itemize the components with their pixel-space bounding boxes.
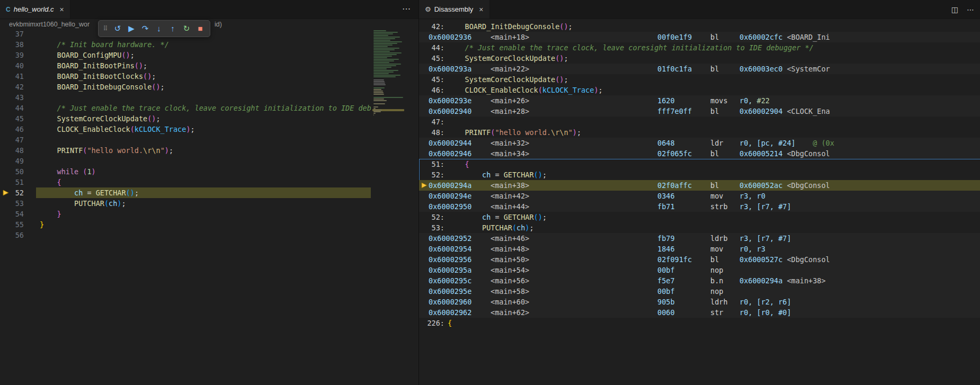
disasm-source-row[interactable]: 48: PRINTF("hello world.\r\n"); [419, 127, 980, 138]
editor-line[interactable]: 41 BOARD_InitBootClocks(); [0, 71, 371, 82]
code-token: ( [534, 171, 538, 179]
disasm-source-row[interactable]: 52: ch = GETCHAR(); [419, 212, 980, 222]
disasm-instruction-row[interactable]: 0x6000295e<main+58>00bfnop [419, 286, 980, 297]
split-editor-icon[interactable]: ◫ [951, 5, 958, 14]
editor-line[interactable]: 46 CLOCK_EnableClock(kCLOCK_Trace); [0, 124, 371, 135]
editor-line[interactable]: 48 PRINTF("hello world.\r\n"); [0, 145, 371, 156]
disasm-instruction-row[interactable]: 0x60002960<main+60>905bldrhr0, [r2, r6] [419, 297, 980, 307]
line-number[interactable]: 55 [0, 219, 24, 230]
disasm-instruction-row[interactable]: 0x6000294a<main+38>02f0affcbl0x600052ac … [419, 180, 980, 191]
disasm-instruction-row[interactable]: 0x6000293e<main+26>1620movsr0, #22 [419, 95, 980, 106]
minimap-mark [373, 37, 400, 38]
editor-line[interactable]: 51 { [0, 177, 371, 187]
code-token: r0, [r2, r6] [740, 298, 791, 306]
disasm-instruction-row[interactable]: 0x6000295a<main+54>00bfnop [419, 265, 980, 275]
disasm-instruction-row[interactable]: 0x60002944<main+32>0648ldrr0, [pc, #24] … [419, 138, 980, 148]
editor-line[interactable]: 55} [0, 219, 371, 230]
editor-actions-more-icon[interactable]: ⋯ [402, 4, 411, 14]
disasm-instruction-row[interactable]: 0x60002954<main+48>1846movr0, r3 [419, 244, 980, 254]
code-token [448, 213, 482, 221]
editor-line[interactable]: 54 } [0, 209, 371, 219]
disasm-source-row[interactable]: 44: /* Just enable the trace clock, leav… [419, 42, 980, 53]
step-into-button[interactable]: ↓ [152, 21, 166, 36]
continue-button[interactable]: ▶ [124, 21, 138, 36]
line-number[interactable]: 47 [0, 135, 24, 145]
disasm-source-row[interactable]: 46: CLOCK_EnableClock(kCLOCK_Trace); [419, 85, 980, 95]
breadcrumb-left[interactable]: evkbmimxrt1060_hello_wor [9, 21, 90, 28]
disasm-source-row[interactable]: 42: BOARD_InitDebugConsole(); [419, 21, 980, 32]
disasm-instruction-row[interactable]: 0x60002950<main+44>fb71strbr3, [r7, #7] [419, 201, 980, 212]
minimap-mark [373, 52, 402, 53]
editor-line[interactable]: 53 PUTCHAR(ch); [0, 198, 371, 209]
line-number[interactable]: 53 [0, 198, 24, 209]
editor-line[interactable]: 43 [0, 92, 371, 103]
line-number[interactable]: 38 [0, 39, 24, 50]
disasm-instruction-row[interactable]: 0x6000294e<main+42>0346movr3, r0 [419, 191, 980, 201]
line-number[interactable]: 44 [0, 103, 24, 113]
disasm-source-row[interactable]: 51: { [419, 159, 980, 169]
disasm-instruction-row[interactable]: 0x60002936<main+18>00f0e1f9bl0x60002cfc … [419, 32, 980, 42]
disasm-source-row[interactable]: 47: [419, 117, 980, 127]
disasm-instruction-row[interactable]: 0x60002962<main+62>0060strr0, [r0, #0] [419, 307, 980, 318]
line-number[interactable]: 40 [0, 60, 24, 71]
line-number[interactable]: 51 [0, 177, 24, 187]
breadcrumb-right[interactable]: id) [215, 19, 222, 30]
editor-line[interactable]: 56 [0, 230, 371, 240]
stop-button[interactable]: ■ [193, 21, 207, 36]
instruction-mnemonic: mov [710, 191, 723, 201]
tab-hello-world-c[interactable]: C hello_world.c × [0, 0, 70, 19]
code-token: /* Init board hardware. */ [40, 40, 169, 49]
disasm-instruction-row[interactable]: 0x6000295c<main+56>f5e7b.n0x6000294a <ma… [419, 275, 980, 286]
code-token [40, 210, 57, 218]
disasm-source-row[interactable]: 45: SystemCoreClockUpdate(); [419, 74, 980, 85]
disasm-instruction-row[interactable]: 0x60002946<main+34>02f065fcbl0x60005214 … [419, 148, 980, 159]
line-number[interactable]: 46 [0, 124, 24, 135]
disasm-instruction-row[interactable]: 0x60002952<main+46>fb79ldrbr3, [r7, #7] [419, 233, 980, 244]
code-token: <BOARD_Ini [787, 33, 830, 41]
disasm-source-row[interactable]: 52: ch = GETCHAR(); [419, 169, 980, 180]
editor-line[interactable]: 52 ch = GETCHAR(); [0, 187, 371, 198]
minimap-mark [373, 46, 388, 47]
step-over-button[interactable]: ↷ [138, 21, 152, 36]
disasm-source-lineno: 44: [424, 42, 444, 53]
disasm-source-row[interactable]: 226:{ [419, 318, 980, 328]
editor-line[interactable]: 47 [0, 135, 371, 145]
minimap[interactable] [372, 30, 404, 168]
line-number[interactable]: 48 [0, 145, 24, 156]
editor-line[interactable]: 42 BOARD_InitDebugConsole(); [0, 82, 371, 92]
editor-line[interactable]: 49 [0, 156, 371, 166]
line-number[interactable]: 43 [0, 92, 24, 103]
editor-line[interactable]: 50 while (1) [0, 166, 371, 177]
disasm-instruction-row[interactable]: 0x60002940<main+28>fff7e0ffbl0x60002904 … [419, 106, 980, 117]
line-number[interactable]: 56 [0, 230, 24, 240]
disasm-source-row[interactable]: 53: PUTCHAR(ch); [419, 222, 980, 233]
reset-button[interactable]: ↺ [111, 21, 124, 36]
tab-disassembly[interactable]: ⚙ Disassembly × [419, 0, 490, 19]
line-number[interactable]: 49 [0, 156, 24, 166]
line-number[interactable]: 50 [0, 166, 24, 177]
disasm-source-row[interactable]: 45: SystemCoreClockUpdate(); [419, 53, 980, 64]
editor-line[interactable]: 40 BOARD_InitBootPins(); [0, 60, 371, 71]
editor-line[interactable]: 45 SystemCoreClockUpdate(); [0, 113, 371, 124]
code-editor[interactable]: 3738 /* Init board hardware. */39 BOARD_… [0, 30, 371, 385]
line-number[interactable]: 39 [0, 50, 24, 60]
code-token: r0, [r0, #0] [740, 308, 791, 317]
restart-button[interactable]: ↻ [180, 21, 193, 36]
line-number[interactable]: 42 [0, 82, 24, 92]
step-out-button[interactable]: ↑ [166, 21, 180, 36]
editor-line[interactable]: 44 /* Just enable the trace clock, leave… [0, 103, 371, 113]
code-token: #22 [757, 96, 770, 105]
minimap-mark [373, 91, 383, 92]
line-number[interactable]: 45 [0, 113, 24, 124]
more-actions-icon[interactable]: ⋯ [967, 5, 974, 14]
close-tab-icon[interactable]: × [60, 5, 64, 14]
editor-line[interactable]: 38 /* Init board hardware. */ [0, 39, 371, 50]
disasm-instruction-row[interactable]: 0x60002956<main+50>02f091fcbl0x6000527c … [419, 254, 980, 265]
close-tab-icon[interactable]: × [479, 5, 483, 14]
line-number[interactable]: 37 [0, 30, 24, 39]
disasm-instruction-row[interactable]: 0x6000293a<main+22>01f0c1fabl0x60003ec0 … [419, 64, 980, 74]
line-number[interactable]: 41 [0, 71, 24, 82]
toolbar-drag-handle[interactable]: ⠿ [101, 25, 110, 32]
line-number[interactable]: 54 [0, 209, 24, 219]
editor-line[interactable]: 39 BOARD_ConfigMPU(); [0, 50, 371, 60]
